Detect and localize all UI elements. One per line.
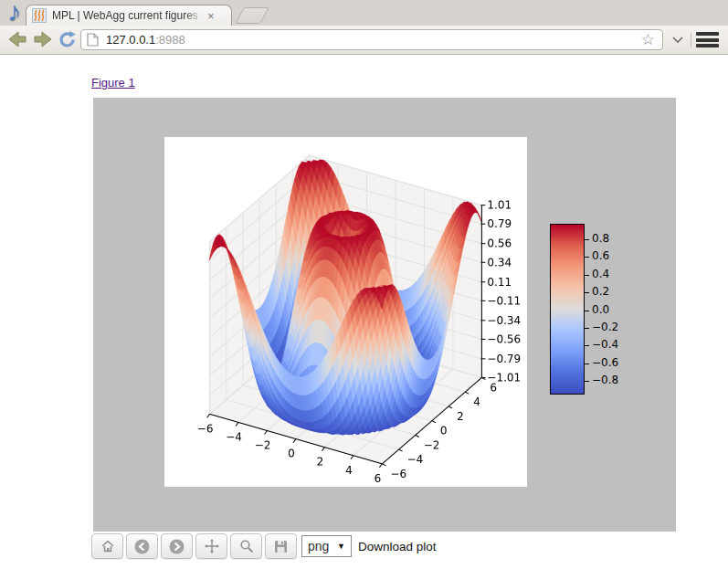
download-plot-label[interactable]: Download plot bbox=[358, 540, 437, 553]
floppy-disk-icon bbox=[274, 540, 288, 553]
colorbar-tick-label: −0.8 bbox=[592, 374, 618, 386]
home-button[interactable] bbox=[91, 533, 123, 559]
toolbar-separator bbox=[691, 33, 691, 47]
colorbar-tick-label: −0.6 bbox=[592, 356, 618, 369]
new-tab-button[interactable] bbox=[235, 7, 269, 24]
tab-title: MPL | WebAgg current figures bbox=[52, 9, 206, 22]
colorbar-tick-mark bbox=[585, 364, 589, 364]
matplotlib-favicon bbox=[32, 8, 47, 23]
browser-toolbar: 127.0.0.1:8988 ☆ bbox=[0, 26, 728, 55]
bookmark-star-icon[interactable]: ☆ bbox=[641, 32, 655, 47]
webagg-page: Figure 1 0.80.60.40.20.0−0.2−0.4−0.6−0.8 bbox=[0, 55, 728, 569]
colorbar-tick-label: −0.4 bbox=[592, 338, 618, 351]
colorbar-tick-mark bbox=[585, 292, 589, 293]
forward-arrow-icon bbox=[33, 31, 53, 47]
reload-button[interactable] bbox=[56, 28, 78, 50]
colorbar-tick-label: −0.2 bbox=[592, 321, 618, 333]
back-arrow-icon bbox=[7, 31, 27, 47]
save-button[interactable] bbox=[265, 533, 297, 559]
colorbar-tick-mark bbox=[585, 275, 589, 276]
url-host: 127.0.0.1 bbox=[106, 33, 155, 47]
zoom-button[interactable] bbox=[230, 533, 262, 559]
page-document-icon bbox=[87, 33, 99, 47]
forward-button[interactable] bbox=[32, 28, 54, 50]
pan-button[interactable] bbox=[195, 533, 227, 559]
colorbar-tick-label: 0.4 bbox=[592, 268, 609, 280]
tab-strip: ♪ MPL | WebAgg current figures × bbox=[0, 0, 728, 26]
magnifier-icon bbox=[239, 539, 254, 553]
colorbar-tick-mark bbox=[585, 311, 589, 311]
circle-back-icon bbox=[134, 539, 150, 554]
menu-button[interactable] bbox=[696, 32, 719, 47]
url-port: :8988 bbox=[155, 33, 185, 47]
colorbar-tick-label: 0.0 bbox=[592, 303, 609, 316]
select-arrow-icon: ▼ bbox=[337, 542, 345, 551]
tab-close-button[interactable]: × bbox=[207, 9, 215, 23]
colorbar-tick-mark bbox=[585, 345, 589, 346]
active-tab[interactable]: MPL | WebAgg current figures × bbox=[26, 5, 232, 26]
forward-view-button[interactable] bbox=[161, 533, 193, 559]
colorbar-tick-mark bbox=[585, 328, 589, 329]
reload-icon bbox=[58, 30, 77, 49]
format-select-value: png bbox=[308, 539, 329, 553]
pan-icon bbox=[205, 539, 219, 553]
music-note-icon: ♪ bbox=[7, 0, 21, 27]
url-text[interactable]: 127.0.0.1:8988 bbox=[106, 33, 641, 47]
address-bar[interactable]: 127.0.0.1:8988 ☆ bbox=[80, 29, 663, 50]
mpl-toolbar: png ▼ Download plot bbox=[91, 533, 437, 559]
colorbar-tick-label: 0.8 bbox=[592, 232, 609, 245]
colorbar-tick-label: 0.2 bbox=[592, 285, 609, 298]
colorbar-tick-mark bbox=[585, 257, 589, 258]
browser-window: ♪ MPL | WebAgg current figures × bbox=[0, 0, 728, 569]
colorbar-tick-label: 0.6 bbox=[592, 249, 609, 262]
circle-forward-icon bbox=[169, 539, 185, 554]
chevron-down-icon bbox=[672, 37, 683, 44]
colorbar-tick-mark bbox=[585, 239, 589, 240]
colorbar bbox=[550, 224, 585, 395]
downloads-chevron-button[interactable] bbox=[668, 31, 688, 49]
format-select[interactable]: png ▼ bbox=[301, 535, 352, 557]
figure-area: 0.80.60.40.20.0−0.2−0.4−0.6−0.8 bbox=[93, 98, 676, 532]
colorbar-tick-mark bbox=[585, 381, 589, 382]
back-view-button[interactable] bbox=[126, 533, 158, 559]
back-button[interactable] bbox=[6, 28, 28, 50]
home-icon bbox=[100, 539, 115, 553]
figure-link[interactable]: Figure 1 bbox=[91, 76, 135, 90]
figure-canvas[interactable] bbox=[164, 137, 527, 487]
